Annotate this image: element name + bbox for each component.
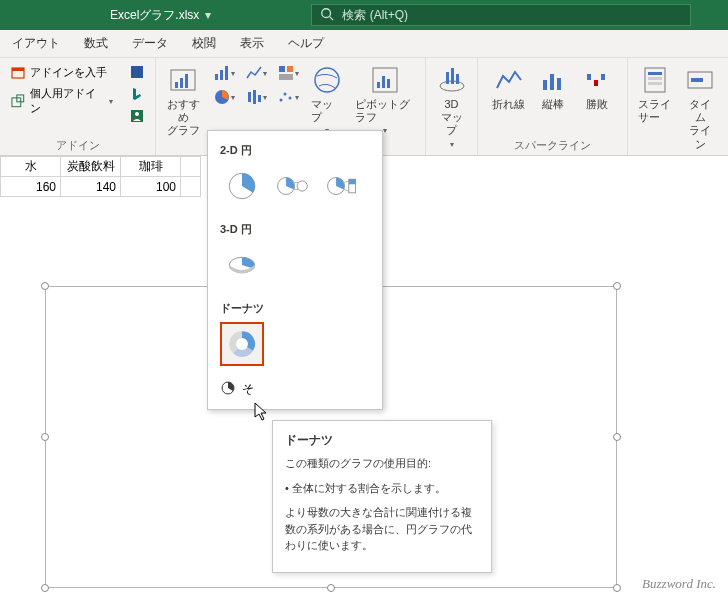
section-doughnut: ドーナツ	[208, 297, 382, 322]
cell-value[interactable]	[181, 177, 201, 197]
svg-rect-44	[648, 82, 662, 85]
cell-value[interactable]: 160	[1, 177, 61, 197]
tab-data[interactable]: データ	[120, 30, 180, 57]
svg-rect-36	[550, 74, 554, 90]
my-addins-button[interactable]: 個人用アドイン ▾	[6, 84, 117, 118]
resize-handle[interactable]	[613, 433, 621, 441]
svg-rect-39	[594, 80, 598, 86]
sparkline-line-icon	[493, 64, 525, 96]
filename-dropdown-icon[interactable]: ▾	[205, 8, 211, 22]
visio-addin-button[interactable]	[125, 62, 149, 82]
3d-map-label: 3D マップ	[436, 98, 468, 138]
insert-hierarchy-chart-button[interactable]: ▾	[273, 62, 303, 84]
search-box[interactable]: 検索 (Alt+Q)	[311, 4, 691, 26]
group-addins: アドインを入手 個人用アドイン ▾ アドイン	[0, 58, 156, 155]
visio-icon	[129, 64, 145, 80]
resize-handle[interactable]	[613, 584, 621, 592]
chevron-down-icon: ▾	[263, 93, 267, 102]
svg-rect-46	[691, 78, 703, 82]
more-pie-charts-button[interactable]: そ	[208, 376, 382, 403]
sparkline-column-button[interactable]: 縦棒	[533, 62, 573, 113]
insert-column-chart-button[interactable]: ▾	[209, 62, 239, 84]
people-addin-button[interactable]	[125, 106, 149, 126]
svg-rect-35	[543, 80, 547, 90]
recommended-charts-button[interactable]: おすすめ グラフ	[162, 62, 205, 140]
svg-point-25	[288, 97, 291, 100]
insert-statistic-chart-button[interactable]: ▾	[241, 86, 271, 108]
maps-button[interactable]: マップ ▾	[307, 62, 347, 138]
bar-of-pie-option[interactable]	[320, 164, 364, 208]
svg-line-55	[344, 181, 349, 183]
svg-rect-28	[377, 82, 380, 88]
svg-rect-42	[648, 72, 662, 75]
cell-header[interactable]: 炭酸飲料	[61, 157, 121, 177]
3d-map-button[interactable]: 3D マップ ▾	[432, 62, 472, 151]
chevron-down-icon: ▾	[383, 126, 387, 136]
sparkline-winloss-label: 勝敗	[586, 98, 608, 111]
people-graph-icon	[129, 108, 145, 124]
tooltip-line: この種類のグラフの使用目的:	[285, 455, 479, 472]
resize-handle[interactable]	[613, 282, 621, 290]
svg-rect-34	[456, 74, 459, 84]
recommended-charts-icon	[167, 64, 199, 96]
svg-point-26	[315, 68, 339, 92]
tab-formulas[interactable]: 数式	[72, 30, 120, 57]
get-addins-label: アドインを入手	[30, 65, 107, 80]
maps-icon	[311, 64, 343, 96]
svg-rect-38	[587, 74, 591, 80]
svg-rect-16	[279, 66, 285, 72]
cell-header[interactable]	[181, 157, 201, 177]
resize-handle[interactable]	[327, 584, 335, 592]
insert-line-chart-button[interactable]: ▾	[241, 62, 271, 84]
pie-2d-option[interactable]	[220, 164, 264, 208]
cell-value[interactable]: 140	[61, 177, 121, 197]
bing-addin-button[interactable]	[125, 84, 149, 104]
doughnut-option[interactable]	[220, 322, 264, 366]
svg-rect-17	[287, 66, 293, 72]
svg-point-23	[279, 99, 282, 102]
svg-rect-40	[601, 74, 605, 80]
tab-layout[interactable]: イアウト	[0, 30, 72, 57]
ribbon-tabs: イアウト 数式 データ 校閲 表示 ヘルプ	[0, 30, 728, 58]
sparkline-line-button[interactable]: 折れ線	[488, 62, 529, 113]
svg-rect-43	[648, 77, 662, 80]
slicer-button[interactable]: スライサー	[634, 62, 676, 126]
svg-rect-22	[258, 95, 261, 102]
sparkline-column-label: 縦棒	[542, 98, 564, 111]
pivot-chart-button[interactable]: ピボットグラフ ▾	[351, 62, 419, 138]
maps-label: マップ	[311, 98, 343, 124]
section-2d-pie: 2-D 円	[208, 139, 382, 164]
svg-rect-33	[451, 68, 454, 84]
sparkline-winloss-button[interactable]: 勝敗	[577, 62, 617, 113]
resize-handle[interactable]	[41, 433, 49, 441]
pie-of-pie-option[interactable]	[270, 164, 314, 208]
pie-3d-option[interactable]	[220, 243, 264, 287]
svg-line-56	[344, 189, 349, 191]
svg-rect-21	[253, 90, 256, 104]
svg-rect-18	[279, 74, 293, 80]
group-tours: 3D マップ ▾ ツアー	[426, 58, 478, 155]
more-pie-icon	[220, 380, 236, 399]
tab-help[interactable]: ヘルプ	[276, 30, 336, 57]
resize-handle[interactable]	[41, 282, 49, 290]
tab-review[interactable]: 校閲	[180, 30, 228, 57]
tab-view[interactable]: 表示	[228, 30, 276, 57]
get-addins-button[interactable]: アドインを入手	[6, 62, 117, 82]
timeline-button[interactable]: タイム ライン	[680, 62, 720, 153]
watermark: Buzzword Inc.	[642, 576, 716, 592]
group-label-sparklines: スパークライン	[484, 136, 621, 155]
3d-map-icon	[436, 64, 468, 96]
insert-pie-chart-button[interactable]: ▾	[209, 86, 239, 108]
cells-table[interactable]: 水 炭酸飲料 珈琲 160 140 100	[0, 156, 201, 197]
addins-icon	[10, 93, 26, 109]
insert-scatter-chart-button[interactable]: ▾	[273, 86, 303, 108]
cell-value[interactable]: 100	[121, 177, 181, 197]
chart-type-grid: ▾ ▾ ▾ ▾ ▾ ▾	[209, 62, 303, 108]
cell-header[interactable]: 水	[1, 157, 61, 177]
resize-handle[interactable]	[41, 584, 49, 592]
svg-rect-32	[446, 72, 449, 84]
cell-header[interactable]: 珈琲	[121, 157, 181, 177]
svg-rect-10	[175, 82, 178, 88]
svg-rect-3	[12, 68, 24, 71]
chevron-down-icon: ▾	[295, 93, 299, 102]
